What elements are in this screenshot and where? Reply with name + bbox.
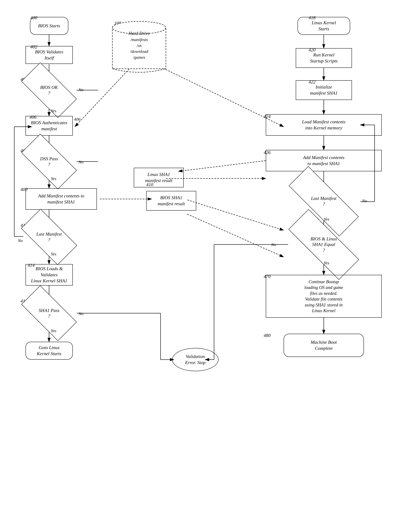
goto-linux-node: Goto LinuxKernel Starts	[26, 342, 73, 360]
flowchart-diagram: 400 402 404 406 408 409 412 414 416 100 …	[0, 0, 409, 532]
last-manifest-bios-no-label: No	[18, 238, 23, 243]
sha1-yes-label: Yes	[51, 328, 56, 333]
sha1-pass-node: SHA1 Pass?	[23, 300, 75, 327]
sha1-no-label: No	[78, 311, 84, 316]
last-manifest-linux-no-label: No	[362, 199, 367, 203]
bios-ok-label: BIOS OK?	[40, 85, 58, 96]
svg-line-23	[187, 214, 284, 257]
load-manifest-label: Load Manifest contentsinto Kernel memory	[301, 118, 347, 132]
continue-bootup-node: Continue Bootuploading OS and gamefiles …	[266, 275, 382, 318]
linux-kernel-starts-node: Linux KernelStarts	[297, 17, 350, 35]
bios-linux-equal-label: BIOS & LinuxSHA1 Equal?	[311, 236, 337, 253]
linux-kernel-starts-label: Linux KernelStarts	[310, 19, 337, 33]
svg-line-39	[178, 161, 266, 171]
validation-error-node: ValidationError. Stop	[172, 348, 219, 371]
dss-pass-node: DSS Pass?	[23, 148, 75, 175]
svg-line-22	[187, 200, 284, 230]
validation-error-label: ValidationError. Stop	[184, 353, 207, 367]
svg-text:/os: /os	[136, 43, 142, 48]
bios-ok-node: BIOS OK?	[23, 77, 75, 104]
last-manifest-bios-label: Last Manifest?	[36, 231, 62, 242]
bios-starts-label: BIOS Starts	[37, 22, 62, 30]
svg-line-19	[75, 67, 131, 127]
bios-linux-equal-node: BIOS & LinuxSHA1 Equal?	[288, 230, 359, 259]
sha1-pass-label: SHA1 Pass?	[39, 308, 59, 319]
init-manifest-label: Initializemanifest SHA1	[309, 83, 339, 97]
bios-linux-equal-no-label: No	[271, 242, 276, 247]
add-manifest-bios-label: Add Manifest contents tomanifest SHA1	[37, 192, 86, 206]
dss-pass-label: DSS Pass?	[40, 156, 58, 167]
machine-boot-node: Machine BootComplete	[284, 334, 364, 357]
bios-validates-node: BIOS ValidatesItself	[26, 46, 73, 64]
bios-starts-node: BIOS Starts	[30, 17, 68, 35]
bios-sha1-result-node: BIOS SHA1manifest result	[146, 191, 196, 211]
bios-validates-label: BIOS ValidatesItself	[34, 48, 65, 62]
last-manifest-linux-label: Last Manifest?	[311, 196, 336, 207]
linux-sha1-result-label: Linux SHA1manifest result	[144, 171, 174, 185]
last-manifest-linux-node: Last Manifest?	[288, 187, 359, 215]
continue-bootup-label: Continue Bootuploading OS and gamefiles …	[303, 278, 344, 315]
bios-linux-equal-yes-label: Yes	[324, 261, 329, 265]
dss-no-label: No	[78, 160, 84, 164]
bios-loads-linux-node: BIOS Loads & ValidatesLinux Kernel SHA1	[26, 264, 73, 285]
hard-drive-node: Hard Drive /manifests /os /download /gam…	[111, 20, 168, 75]
bios-auth-label: BIOS Authenticatesmanifest	[30, 119, 69, 133]
bios-ok-yes-label: Yes	[51, 108, 56, 113]
dss-yes-label: Yes	[51, 176, 56, 181]
last-manifest-bios-yes-label: Yes	[51, 252, 56, 256]
last-manifest-bios-node: Last Manifest?	[23, 223, 75, 251]
last-manifest-linux-yes-label: Yes	[324, 217, 329, 222]
linux-sha1-result-node: Linux SHA1manifest result	[134, 168, 184, 187]
load-manifest-node: Load Manifest contentsinto Kernel memory	[266, 114, 382, 136]
hard-drive-svg: Hard Drive /manifests /os /download /gam…	[111, 20, 168, 74]
run-kernel-label: Run KernelStartup Scripts	[309, 51, 339, 65]
machine-boot-label: Machine BootComplete	[309, 338, 338, 352]
svg-text:Hard Drive: Hard Drive	[128, 31, 150, 36]
bios-auth-node: BIOS Authenticatesmanifest	[26, 116, 73, 136]
svg-text:/games: /games	[133, 55, 145, 60]
goto-linux-label: Goto LinuxKernel Starts	[36, 344, 63, 358]
run-kernel-node: Run KernelStartup Scripts	[296, 48, 352, 68]
svg-text:/download: /download	[130, 49, 148, 54]
num-480: 480	[264, 333, 270, 338]
bios-sha1-result-label: BIOS SHA1manifest result	[156, 194, 186, 208]
svg-text:/manifests: /manifests	[130, 37, 148, 42]
num-406-inline: 406	[74, 117, 80, 122]
init-manifest-node: Initializemanifest SHA1	[296, 80, 352, 100]
add-manifest-linux-node: Add Manifest contentsto manifest SHA1	[266, 150, 382, 171]
add-manifest-bios-node: Add Manifest contents tomanifest SHA1	[26, 188, 97, 210]
bios-loads-linux-label: BIOS Loads & ValidatesLinux Kernel SHA1	[26, 265, 72, 285]
add-manifest-linux-label: Add Manifest contentsto manifest SHA1	[302, 154, 346, 168]
bios-ok-no-label: No	[78, 87, 84, 92]
